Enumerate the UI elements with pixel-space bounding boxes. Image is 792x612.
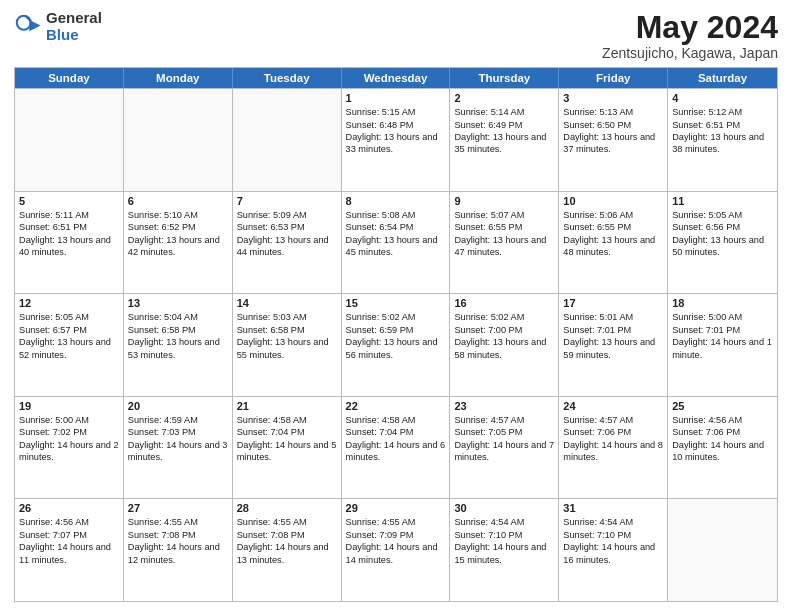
calendar-cell: 18Sunrise: 5:00 AMSunset: 7:01 PMDayligh… <box>668 294 777 396</box>
calendar-week: 26Sunrise: 4:56 AMSunset: 7:07 PMDayligh… <box>15 498 777 601</box>
calendar-cell: 19Sunrise: 5:00 AMSunset: 7:02 PMDayligh… <box>15 397 124 499</box>
calendar-cell: 2Sunrise: 5:14 AMSunset: 6:49 PMDaylight… <box>450 89 559 191</box>
sunset-line: Sunset: 7:10 PM <box>563 529 663 541</box>
day-number: 7 <box>237 195 337 207</box>
sunrise-line: Sunrise: 5:04 AM <box>128 311 228 323</box>
title-block: May 2024 Zentsujicho, Kagawa, Japan <box>602 10 778 61</box>
calendar-cell: 15Sunrise: 5:02 AMSunset: 6:59 PMDayligh… <box>342 294 451 396</box>
sunset-line: Sunset: 7:10 PM <box>454 529 554 541</box>
sunrise-line: Sunrise: 5:14 AM <box>454 106 554 118</box>
sunrise-line: Sunrise: 5:05 AM <box>19 311 119 323</box>
sunrise-line: Sunrise: 5:01 AM <box>563 311 663 323</box>
day-number: 22 <box>346 400 446 412</box>
calendar-cell: 22Sunrise: 4:58 AMSunset: 7:04 PMDayligh… <box>342 397 451 499</box>
calendar-cell: 13Sunrise: 5:04 AMSunset: 6:58 PMDayligh… <box>124 294 233 396</box>
sunrise-line: Sunrise: 5:13 AM <box>563 106 663 118</box>
sunset-line: Sunset: 7:09 PM <box>346 529 446 541</box>
calendar-cell: 1Sunrise: 5:15 AMSunset: 6:48 PMDaylight… <box>342 89 451 191</box>
day-number: 25 <box>672 400 773 412</box>
day-number: 18 <box>672 297 773 309</box>
sunrise-line: Sunrise: 4:58 AM <box>346 414 446 426</box>
logo-general: General <box>46 10 102 27</box>
daylight-line: Daylight: 13 hours and 44 minutes. <box>237 234 337 259</box>
daylight-line: Daylight: 13 hours and 35 minutes. <box>454 131 554 156</box>
day-number: 13 <box>128 297 228 309</box>
sunrise-line: Sunrise: 4:59 AM <box>128 414 228 426</box>
daylight-line: Daylight: 14 hours and 8 minutes. <box>563 439 663 464</box>
sunset-line: Sunset: 6:52 PM <box>128 221 228 233</box>
daylight-line: Daylight: 14 hours and 10 minutes. <box>672 439 773 464</box>
day-number: 23 <box>454 400 554 412</box>
calendar-cell: 8Sunrise: 5:08 AMSunset: 6:54 PMDaylight… <box>342 192 451 294</box>
day-number: 2 <box>454 92 554 104</box>
sunset-line: Sunset: 6:55 PM <box>454 221 554 233</box>
sunset-line: Sunset: 7:00 PM <box>454 324 554 336</box>
day-number: 28 <box>237 502 337 514</box>
calendar-week: 5Sunrise: 5:11 AMSunset: 6:51 PMDaylight… <box>15 191 777 294</box>
sunset-line: Sunset: 7:05 PM <box>454 426 554 438</box>
calendar-cell: 23Sunrise: 4:57 AMSunset: 7:05 PMDayligh… <box>450 397 559 499</box>
sunset-line: Sunset: 6:57 PM <box>19 324 119 336</box>
sunrise-line: Sunrise: 5:02 AM <box>454 311 554 323</box>
calendar-cell: 30Sunrise: 4:54 AMSunset: 7:10 PMDayligh… <box>450 499 559 601</box>
logo-icon <box>14 13 42 41</box>
day-number: 15 <box>346 297 446 309</box>
day-number: 10 <box>563 195 663 207</box>
title-month: May 2024 <box>602 10 778 45</box>
day-number: 4 <box>672 92 773 104</box>
calendar-cell <box>668 499 777 601</box>
calendar-header: SundayMondayTuesdayWednesdayThursdayFrid… <box>15 68 777 88</box>
daylight-line: Daylight: 13 hours and 58 minutes. <box>454 336 554 361</box>
calendar-week: 19Sunrise: 5:00 AMSunset: 7:02 PMDayligh… <box>15 396 777 499</box>
sunrise-line: Sunrise: 4:56 AM <box>19 516 119 528</box>
calendar-cell: 28Sunrise: 4:55 AMSunset: 7:08 PMDayligh… <box>233 499 342 601</box>
sunset-line: Sunset: 7:01 PM <box>672 324 773 336</box>
sunrise-line: Sunrise: 5:08 AM <box>346 209 446 221</box>
day-number: 12 <box>19 297 119 309</box>
sunrise-line: Sunrise: 4:55 AM <box>128 516 228 528</box>
daylight-line: Daylight: 13 hours and 47 minutes. <box>454 234 554 259</box>
daylight-line: Daylight: 14 hours and 12 minutes. <box>128 541 228 566</box>
day-number: 16 <box>454 297 554 309</box>
calendar-cell: 4Sunrise: 5:12 AMSunset: 6:51 PMDaylight… <box>668 89 777 191</box>
calendar-header-cell: Monday <box>124 68 233 88</box>
logo-blue: Blue <box>46 27 102 44</box>
calendar-cell: 9Sunrise: 5:07 AMSunset: 6:55 PMDaylight… <box>450 192 559 294</box>
daylight-line: Daylight: 13 hours and 37 minutes. <box>563 131 663 156</box>
day-number: 27 <box>128 502 228 514</box>
day-number: 14 <box>237 297 337 309</box>
sunset-line: Sunset: 7:06 PM <box>672 426 773 438</box>
calendar: SundayMondayTuesdayWednesdayThursdayFrid… <box>14 67 778 602</box>
day-number: 1 <box>346 92 446 104</box>
calendar-cell: 17Sunrise: 5:01 AMSunset: 7:01 PMDayligh… <box>559 294 668 396</box>
day-number: 19 <box>19 400 119 412</box>
sunrise-line: Sunrise: 5:00 AM <box>19 414 119 426</box>
sunset-line: Sunset: 6:59 PM <box>346 324 446 336</box>
sunrise-line: Sunrise: 5:00 AM <box>672 311 773 323</box>
daylight-line: Daylight: 14 hours and 13 minutes. <box>237 541 337 566</box>
calendar-cell: 25Sunrise: 4:56 AMSunset: 7:06 PMDayligh… <box>668 397 777 499</box>
daylight-line: Daylight: 14 hours and 15 minutes. <box>454 541 554 566</box>
calendar-cell <box>124 89 233 191</box>
daylight-line: Daylight: 13 hours and 59 minutes. <box>563 336 663 361</box>
day-number: 29 <box>346 502 446 514</box>
daylight-line: Daylight: 14 hours and 5 minutes. <box>237 439 337 464</box>
daylight-line: Daylight: 14 hours and 7 minutes. <box>454 439 554 464</box>
day-number: 20 <box>128 400 228 412</box>
daylight-line: Daylight: 13 hours and 45 minutes. <box>346 234 446 259</box>
calendar-cell: 16Sunrise: 5:02 AMSunset: 7:00 PMDayligh… <box>450 294 559 396</box>
calendar-cell: 6Sunrise: 5:10 AMSunset: 6:52 PMDaylight… <box>124 192 233 294</box>
daylight-line: Daylight: 13 hours and 40 minutes. <box>19 234 119 259</box>
sunset-line: Sunset: 6:51 PM <box>19 221 119 233</box>
sunset-line: Sunset: 7:03 PM <box>128 426 228 438</box>
daylight-line: Daylight: 14 hours and 2 minutes. <box>19 439 119 464</box>
sunset-line: Sunset: 6:48 PM <box>346 119 446 131</box>
sunrise-line: Sunrise: 5:11 AM <box>19 209 119 221</box>
calendar-week: 1Sunrise: 5:15 AMSunset: 6:48 PMDaylight… <box>15 88 777 191</box>
sunset-line: Sunset: 7:08 PM <box>237 529 337 541</box>
calendar-cell: 3Sunrise: 5:13 AMSunset: 6:50 PMDaylight… <box>559 89 668 191</box>
sunset-line: Sunset: 6:54 PM <box>346 221 446 233</box>
sunset-line: Sunset: 6:55 PM <box>563 221 663 233</box>
daylight-line: Daylight: 13 hours and 53 minutes. <box>128 336 228 361</box>
sunset-line: Sunset: 6:50 PM <box>563 119 663 131</box>
